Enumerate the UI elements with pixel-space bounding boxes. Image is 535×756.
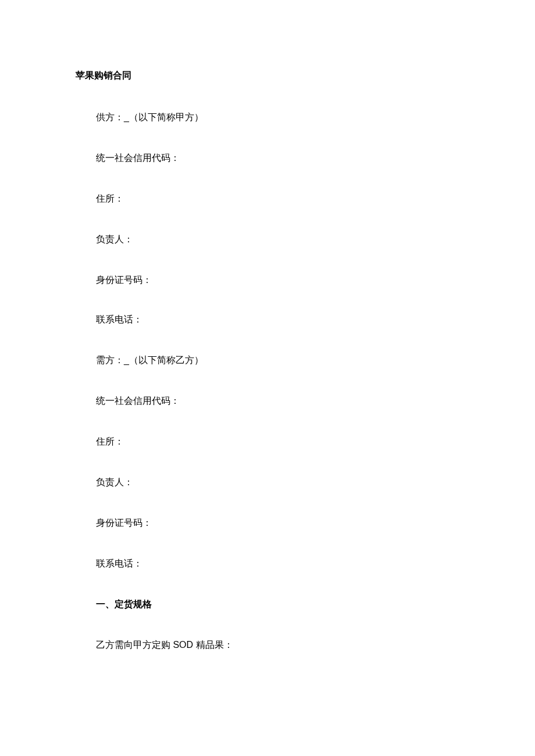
party-a-id-number: 身份证号码： <box>96 273 152 287</box>
party-b-principal: 负责人： <box>96 475 133 489</box>
party-b-id-number: 身份证号码： <box>96 516 152 530</box>
document-page: { "title": "苹果购销合同", "partyA": { "line":… <box>0 0 535 756</box>
party-b-buyer-line: 需方：_（以下简称乙方） <box>96 353 204 367</box>
section-1-heading: 一、定货规格 <box>96 597 152 611</box>
party-a-address: 住所： <box>96 192 124 206</box>
party-a-phone: 联系电话： <box>96 313 142 327</box>
party-a-uscc: 统一社会信用代码： <box>96 151 180 165</box>
party-b-phone: 联系电话： <box>96 557 142 571</box>
contract-title: 苹果购销合同 <box>76 69 131 83</box>
party-b-uscc: 统一社会信用代码： <box>96 394 180 408</box>
party-a-supplier-line: 供方：_（以下简称甲方） <box>96 110 204 124</box>
party-b-address: 住所： <box>96 435 124 449</box>
party-a-principal: 负责人： <box>96 232 133 246</box>
section-1-content: 乙方需向甲方定购 SOD 精品果： <box>96 638 233 652</box>
